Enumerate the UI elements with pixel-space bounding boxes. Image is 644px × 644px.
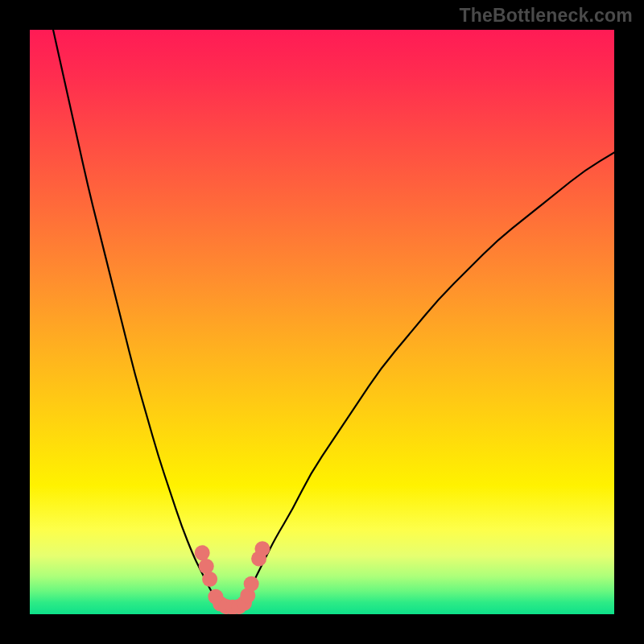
- left-curve: [53, 30, 217, 600]
- bottleneck-dot: [202, 572, 217, 587]
- bottleneck-dot: [195, 545, 210, 560]
- plot-area: [30, 30, 614, 614]
- curve-overlay: [30, 30, 614, 614]
- bottleneck-dot: [244, 576, 259, 592]
- chart-frame: TheBottleneck.com: [0, 0, 644, 644]
- bottleneck-dots: [195, 541, 270, 614]
- right-curve: [246, 152, 614, 597]
- bottleneck-dot: [254, 541, 270, 556]
- watermark-text: TheBottleneck.com: [459, 5, 633, 27]
- bottleneck-dot: [199, 559, 214, 574]
